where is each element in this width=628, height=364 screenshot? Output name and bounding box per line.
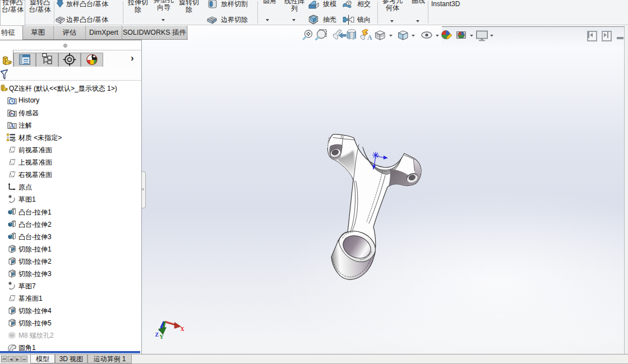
svg-text:X: X (181, 326, 185, 332)
svg-text:A: A (367, 34, 372, 41)
svg-text:Z: Z (155, 332, 159, 338)
svg-text:Y: Y (160, 334, 164, 340)
